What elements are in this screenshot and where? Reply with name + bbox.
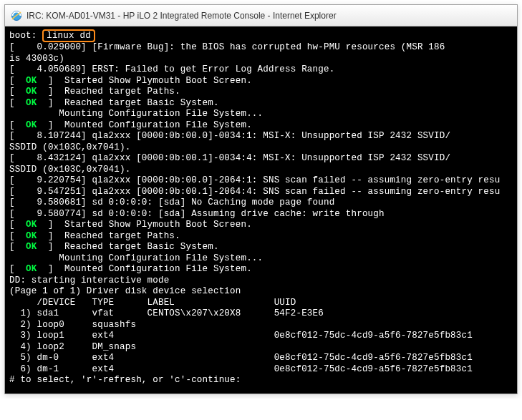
ie-icon	[11, 10, 22, 21]
log-line: (Page 1 of 1) Driver disk device selecti…	[9, 286, 513, 298]
log-line: SSDID (0x103C,0x7041).	[9, 165, 513, 176]
boot-input[interactable]: linux dd	[47, 31, 91, 41]
log-line: [ OK ] Mounted Configuration File System…	[9, 264, 513, 275]
log-line: [ 0.029000] [Firmware Bug]: the BIOS has…	[9, 42, 513, 54]
log-line: [ 9.580681] sd 0:0:0:0: [sda] No Caching…	[9, 197, 513, 209]
console-output: boot: linux dd[ 0.029000] [Firmware Bug]…	[5, 26, 517, 394]
log-line: is 43003c)	[9, 54, 513, 65]
window-title: IRC: KOM-AD01-VM31 - HP iLO 2 Integrated…	[26, 11, 337, 21]
log-line: [ 8.432124] qla2xxx [0000:0b:00.1]-0034:…	[9, 153, 513, 165]
log-line: [ OK ] Reached target Basic System.	[9, 98, 513, 109]
log-line: [ OK ] Started Show Plymouth Boot Screen…	[9, 220, 513, 231]
log-line: [ OK ] Reached target Basic System.	[9, 242, 513, 253]
boot-prompt: boot:	[9, 31, 37, 41]
log-line: [ 4.050689] ERST: Failed to get Error Lo…	[9, 64, 513, 76]
log-line: [ 9.220754] qla2xxx [0000:0b:00.0]-2064:…	[9, 175, 513, 187]
table-row: 6) dm-1 ext4 0e8cf012-75dc-4cd9-a5f6-782…	[9, 364, 513, 376]
log-line: [ OK ] Reached target Paths.	[9, 231, 513, 243]
log-line: Mounting Configuration File System...	[9, 253, 513, 265]
log-line: [ OK ] Reached target Paths.	[9, 87, 513, 98]
log-line: [ OK ] Started Show Plymouth Boot Screen…	[9, 76, 513, 87]
log-line: [ OK ] Mounted Configuration File System…	[9, 120, 513, 132]
table-row: 3) loop1 ext4 0e8cf012-75dc-4cd9-a5f6-78…	[9, 331, 513, 342]
log-line: SSDID (0x103C,0x7041).	[9, 142, 513, 154]
table-row: /DEVICE TYPE LABEL UUID	[9, 298, 513, 309]
table-row: 5) dm-0 ext4 0e8cf012-75dc-4cd9-a5f6-782…	[9, 353, 513, 364]
log-line: Mounting Configuration File System...	[9, 109, 513, 120]
ie-window: IRC: KOM-AD01-VM31 - HP iLO 2 Integrated…	[4, 4, 518, 394]
table-row: 1) sda1 vfat CENTOS\x207\x20X8 54F2-E3E6	[9, 308, 513, 320]
log-line: [ 9.580774] sd 0:0:0:0: [sda] Assuming d…	[9, 209, 513, 220]
log-line: [ 8.107244] qla2xxx [0000:0b:00.0]-0034:…	[9, 131, 513, 142]
boot-line: boot: linux dd	[9, 29, 513, 42]
titlebar[interactable]: IRC: KOM-AD01-VM31 - HP iLO 2 Integrated…	[5, 5, 517, 26]
table-row: 4) loop2 DM_snaps	[9, 342, 513, 353]
boot-input-highlight: linux dd	[42, 29, 95, 42]
select-prompt[interactable]: # to select, 'r'-refresh, or 'c'-continu…	[9, 375, 513, 386]
log-line: [ 9.547251] qla2xxx [0000:0b:00.1]-2064:…	[9, 187, 513, 198]
table-row: 2) loop0 squashfs	[9, 320, 513, 331]
log-line: DD: starting interactive mode	[9, 275, 513, 287]
